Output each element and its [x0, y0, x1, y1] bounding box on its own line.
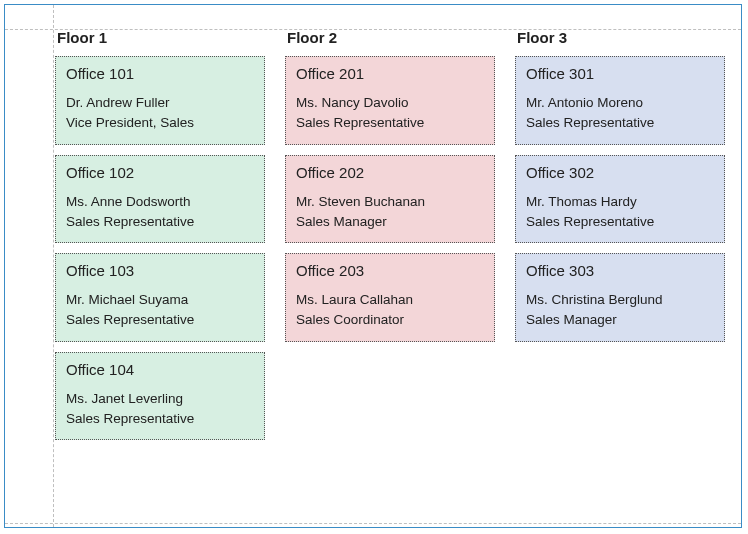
office-name: Office 102	[66, 164, 254, 182]
person-name: Ms. Anne Dodsworth	[66, 192, 254, 212]
floor-header: Floor 3	[515, 29, 725, 56]
office-name: Office 301	[526, 65, 714, 83]
office-name: Office 303	[526, 262, 714, 280]
floor-header: Floor 2	[285, 29, 495, 56]
person-title: Sales Manager	[526, 310, 714, 330]
person-name: Mr. Thomas Hardy	[526, 192, 714, 212]
person-name: Ms. Christina Berglund	[526, 290, 714, 310]
person-title: Sales Manager	[296, 212, 484, 232]
office-card[interactable]: Office 101Dr. Andrew FullerVice Presiden…	[55, 56, 265, 145]
person-title: Sales Representative	[526, 212, 714, 232]
guide-horizontal-bottom	[5, 523, 741, 524]
person-name: Mr. Steven Buchanan	[296, 192, 484, 212]
person-name: Mr. Michael Suyama	[66, 290, 254, 310]
office-card[interactable]: Office 301Mr. Antonio MorenoSales Repres…	[515, 56, 725, 145]
office-card[interactable]: Office 104Ms. Janet LeverlingSales Repre…	[55, 352, 265, 441]
office-name: Office 201	[296, 65, 484, 83]
person-title: Sales Representative	[526, 113, 714, 133]
office-name: Office 202	[296, 164, 484, 182]
office-card[interactable]: Office 302Mr. Thomas HardySales Represen…	[515, 155, 725, 244]
floor-column: Floor 1Office 101Dr. Andrew FullerVice P…	[55, 29, 265, 513]
person-name: Mr. Antonio Moreno	[526, 93, 714, 113]
guide-vertical-left	[53, 5, 54, 527]
office-card[interactable]: Office 103Mr. Michael SuyamaSales Repres…	[55, 253, 265, 342]
office-name: Office 101	[66, 65, 254, 83]
person-title: Sales Representative	[66, 310, 254, 330]
office-name: Office 203	[296, 262, 484, 280]
person-title: Sales Coordinator	[296, 310, 484, 330]
person-title: Sales Representative	[66, 212, 254, 232]
person-title: Sales Representative	[296, 113, 484, 133]
floor-header: Floor 1	[55, 29, 265, 56]
office-name: Office 103	[66, 262, 254, 280]
person-name: Ms. Laura Callahan	[296, 290, 484, 310]
floor-column: Floor 3Office 301Mr. Antonio MorenoSales…	[515, 29, 725, 513]
office-name: Office 104	[66, 361, 254, 379]
design-frame: Floor 1Office 101Dr. Andrew FullerVice P…	[4, 4, 742, 528]
office-card[interactable]: Office 303Ms. Christina BerglundSales Ma…	[515, 253, 725, 342]
office-card[interactable]: Office 102Ms. Anne DodsworthSales Repres…	[55, 155, 265, 244]
person-name: Ms. Nancy Davolio	[296, 93, 484, 113]
person-title: Sales Representative	[66, 409, 254, 429]
office-card[interactable]: Office 201Ms. Nancy DavolioSales Represe…	[285, 56, 495, 145]
office-card[interactable]: Office 203Ms. Laura CallahanSales Coordi…	[285, 253, 495, 342]
person-title: Vice President, Sales	[66, 113, 254, 133]
office-card[interactable]: Office 202Mr. Steven BuchananSales Manag…	[285, 155, 495, 244]
person-name: Ms. Janet Leverling	[66, 389, 254, 409]
floor-column: Floor 2Office 201Ms. Nancy DavolioSales …	[285, 29, 495, 513]
person-name: Dr. Andrew Fuller	[66, 93, 254, 113]
floors-container: Floor 1Office 101Dr. Andrew FullerVice P…	[55, 29, 717, 513]
office-name: Office 302	[526, 164, 714, 182]
